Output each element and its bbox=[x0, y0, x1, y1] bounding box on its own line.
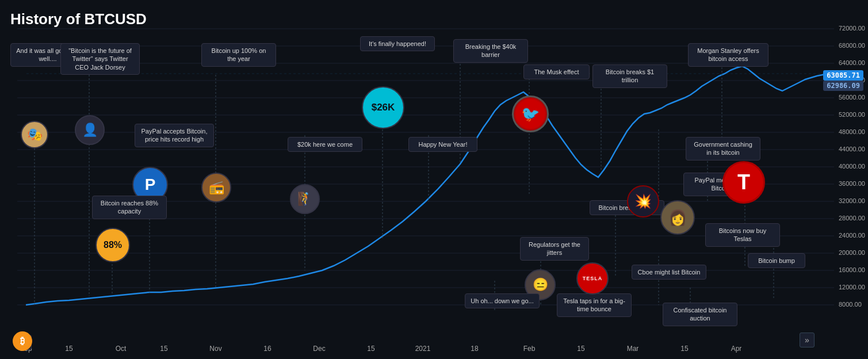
annotation-bitcoin-100: Bitcoin up 100% on the year bbox=[201, 43, 276, 67]
annotation-musk-effect: The Musk effect bbox=[523, 64, 590, 79]
annotation-88-capacity: Bitcoin reaches 88% capacity bbox=[92, 196, 167, 219]
annotation-tesla-bounce: Tesla taps in for a big-time bounce bbox=[557, 293, 632, 317]
svg-text:15: 15 bbox=[160, 345, 168, 353]
annotation-circle-paypal2: 💥 bbox=[627, 185, 659, 217]
svg-text:20000.00: 20000.00 bbox=[839, 249, 865, 256]
svg-text:28000.00: 28000.00 bbox=[839, 215, 865, 221]
annotation-circle-musk: 🐦 bbox=[512, 96, 549, 132]
svg-text:44000.00: 44000.00 bbox=[839, 146, 865, 152]
svg-text:15: 15 bbox=[680, 345, 689, 353]
annotation-40k: Breaking the $40k barrier bbox=[453, 39, 528, 63]
annotation-bitcoin-bump: Bitcoin bump bbox=[748, 253, 805, 268]
svg-text:56000.00: 56000.00 bbox=[839, 94, 865, 101]
chart-container: History of BTCUSD 72000.00 68000.00 6400… bbox=[0, 0, 868, 359]
annotation-happy-new-year: Happy New Year! bbox=[408, 137, 477, 152]
svg-text:Oct: Oct bbox=[116, 345, 127, 353]
svg-text:12000.00: 12000.00 bbox=[839, 284, 865, 291]
annotation-20k: $20k here we come bbox=[288, 137, 362, 152]
annotation-circle-26k: $26K bbox=[362, 86, 404, 129]
svg-text:72000.00: 72000.00 bbox=[839, 25, 865, 32]
annotation-circle-tesla: TESLA bbox=[576, 262, 609, 295]
svg-text:16000.00: 16000.00 bbox=[839, 266, 865, 273]
svg-text:68000.00: 68000.00 bbox=[839, 42, 865, 49]
annotation-circle-climb: 🧗 bbox=[290, 184, 320, 214]
btc-logo-icon: ₿ bbox=[13, 331, 32, 351]
svg-text:24000.00: 24000.00 bbox=[839, 232, 865, 239]
annotation-circle-tesla2: T bbox=[722, 161, 765, 204]
annotation-cboe: Cboe might list Bitcoin bbox=[632, 265, 706, 280]
annotation-circle-2: 👤 bbox=[75, 115, 105, 145]
svg-text:48000.00: 48000.00 bbox=[839, 128, 865, 135]
svg-text:40000.00: 40000.00 bbox=[839, 163, 865, 170]
svg-text:2021: 2021 bbox=[415, 345, 431, 353]
annotation-circle-radio: 📻 bbox=[201, 173, 231, 203]
svg-text:Apr: Apr bbox=[731, 345, 742, 353]
annotation-circle-1: 🎭 bbox=[21, 121, 48, 148]
svg-text:Nov: Nov bbox=[209, 345, 221, 353]
svg-text:15: 15 bbox=[577, 345, 585, 353]
svg-text:15: 15 bbox=[367, 345, 375, 353]
svg-text:15: 15 bbox=[65, 345, 73, 353]
svg-text:36000.00: 36000.00 bbox=[839, 180, 865, 187]
annotation-morgan-stanley: Morgan Stanley offers bitcoin access bbox=[688, 43, 768, 67]
svg-text:64000.00: 64000.00 bbox=[839, 59, 865, 66]
annotation-confiscated: Confiscated bitcoin auction bbox=[663, 303, 737, 326]
svg-text:8000.00: 8000.00 bbox=[839, 301, 862, 308]
svg-text:Dec: Dec bbox=[313, 345, 325, 353]
annotation-regulators: Regulators get the jitters bbox=[520, 237, 589, 261]
annotation-government: Government cashing in its bitcoin bbox=[686, 137, 760, 161]
annotation-circle-gov: 👩 bbox=[660, 200, 695, 235]
current-price-label: 63085.71 bbox=[823, 70, 863, 81]
annotation-paypal: PayPal accepts Bitcoin, price hits recor… bbox=[135, 124, 214, 147]
svg-text:32000.00: 32000.00 bbox=[839, 197, 865, 204]
svg-text:Feb: Feb bbox=[523, 345, 536, 353]
annotation-finally: It's finally happened! bbox=[360, 36, 435, 51]
svg-text:18: 18 bbox=[471, 345, 479, 353]
annotation-jack-dorsey: "Bitcoin is the future of Twitter" says … bbox=[60, 43, 140, 75]
annotation-uh-oh: Uh oh... down we go... bbox=[465, 293, 540, 308]
prev-price-label: 62986.09 bbox=[823, 81, 863, 91]
annotation-circle-88: 88% bbox=[95, 228, 130, 262]
nav-forward-button[interactable]: » bbox=[800, 333, 815, 347]
svg-text:Mar: Mar bbox=[627, 345, 639, 353]
annotation-teslas: Bitcoins now buy Teslas bbox=[705, 223, 780, 247]
svg-text:16: 16 bbox=[263, 345, 272, 353]
annotation-1-trillion: Bitcoin breaks $1 trillion bbox=[592, 64, 667, 88]
svg-text:52000.00: 52000.00 bbox=[839, 111, 865, 118]
